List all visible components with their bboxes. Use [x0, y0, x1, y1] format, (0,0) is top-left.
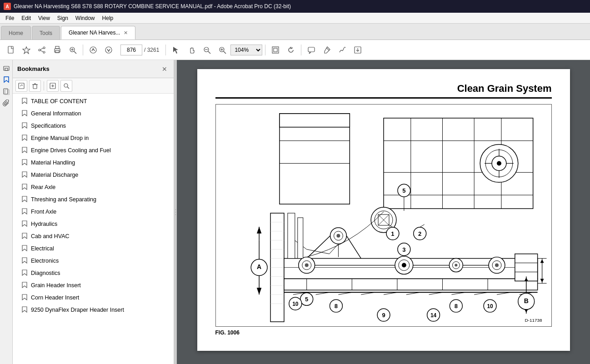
favorite-button[interactable]	[19, 43, 34, 57]
svg-line-5	[40, 48, 43, 50]
left-strip-bookmarks[interactable]	[1, 75, 11, 85]
tab-close-icon[interactable]: ✕	[124, 30, 128, 36]
hand-tool-button[interactable]	[184, 43, 199, 57]
zoom-select[interactable]: 104% 100% 125% 150% 75% 50%	[230, 45, 262, 55]
bookmark-item-icon	[22, 220, 27, 228]
pdf-area[interactable]: Clean Grain System	[177, 60, 590, 364]
zoom-out-button[interactable]	[200, 43, 214, 57]
zoom-in-button[interactable]	[215, 43, 230, 57]
new-doc-button[interactable]	[4, 43, 18, 57]
bookmark-item-grain-header[interactable]: Grain Header Insert	[13, 279, 174, 292]
menu-window[interactable]: Window	[72, 14, 99, 22]
bookmark-item-electronics[interactable]: Electronics	[13, 255, 174, 267]
svg-text:5: 5	[305, 296, 308, 303]
bookmark-item-electrical[interactable]: Electrical	[13, 243, 174, 255]
page-number-input[interactable]	[120, 45, 142, 55]
bookmark-item-material-discharge[interactable]: Material Discharge	[13, 169, 174, 181]
svg-line-21	[224, 51, 226, 54]
sign-icon	[338, 46, 346, 54]
bookmark-icon	[3, 76, 10, 83]
page-up-button[interactable]	[86, 43, 100, 57]
bookmark-item-general[interactable]: General Information	[13, 108, 174, 120]
comment-button[interactable]	[304, 43, 319, 57]
main-area: Bookmarks ✕	[0, 60, 590, 364]
svg-rect-35	[33, 85, 37, 89]
svg-point-115	[401, 263, 406, 268]
svg-text:B: B	[524, 297, 528, 304]
rotate-icon	[287, 46, 295, 54]
left-strip-home[interactable]	[1, 63, 11, 73]
bookmark-item-hydraulics[interactable]: Hydraulics	[13, 218, 174, 230]
sign-button[interactable]	[335, 43, 350, 57]
svg-point-112	[495, 264, 498, 267]
bookmark-item-engine-drives[interactable]: Engine Drives Cooling and Fuel	[13, 145, 174, 157]
menu-view[interactable]: View	[35, 14, 54, 22]
comment-icon	[307, 46, 315, 54]
bookmark-item-label: Rear Axle	[31, 184, 55, 191]
left-strip-pages[interactable]	[1, 86, 11, 96]
toolbar-separator-3	[265, 45, 265, 55]
tab-bar: Home Tools Gleaner NA Harves... ✕	[0, 24, 590, 40]
bookmark-item-label: Electronics	[31, 257, 59, 264]
bookmark-item-label: Diagnostics	[31, 269, 60, 277]
bookmark-item-dynaflex[interactable]: 9250 DynaFlex Draper Header Insert	[13, 304, 174, 316]
tab-tools[interactable]: Tools	[32, 26, 60, 40]
toolbar: / 3261 104% 100% 125% 150% 75% 50%	[0, 40, 590, 60]
find-bookmark-btn[interactable]	[60, 80, 72, 92]
bookmark-item-front-axle[interactable]: Front Axle	[13, 206, 174, 218]
title-bar: A Gleaner NA Harvesting S68 S78 S88 ROTA…	[0, 0, 590, 13]
bookmark-item-rear-axle[interactable]: Rear Axle	[13, 181, 174, 194]
highlight-icon	[323, 46, 331, 54]
print-button[interactable]	[50, 43, 65, 57]
expand-bookmark-btn[interactable]	[47, 80, 59, 92]
bookmark-item-corn-header[interactable]: Corn Header Insert	[13, 292, 174, 304]
bookmark-item-diagnostics[interactable]: Diagnostics	[13, 267, 174, 279]
tab-home[interactable]: Home	[1, 26, 31, 40]
menu-sign[interactable]: Sign	[54, 14, 72, 22]
svg-rect-31	[5, 68, 8, 70]
bookmark-item-threshing[interactable]: Threshing and Separating	[13, 194, 174, 206]
enhance-button[interactable]	[65, 43, 80, 57]
zoom-in-icon	[218, 46, 226, 54]
zoom-out-icon	[203, 46, 211, 54]
bookmark-item-specs[interactable]: Specifications	[13, 120, 174, 132]
bookmark-item-icon	[22, 294, 27, 302]
highlight-button[interactable]	[320, 43, 334, 57]
left-strip-attachments[interactable]	[1, 98, 11, 108]
tab-doc[interactable]: Gleaner NA Harves... ✕	[61, 26, 135, 40]
sidebar-header: Bookmarks ✕	[13, 60, 174, 78]
pdf-page: Clean Grain System	[197, 69, 570, 351]
bookmark-list: TABLE OF CONTENTGeneral InformationSpeci…	[13, 94, 174, 364]
bookmark-item-icon	[22, 269, 27, 277]
share-button[interactable]	[35, 43, 49, 57]
bookmark-item-cab-hvac[interactable]: Cab and HVAC	[13, 230, 174, 243]
menu-file[interactable]: File	[2, 14, 18, 22]
new-bookmark-btn[interactable]	[15, 80, 27, 92]
svg-rect-80	[284, 279, 537, 290]
bookmark-item-engine-manual[interactable]: Engine Manual Drop in	[13, 132, 174, 145]
rotate-button[interactable]	[284, 43, 298, 57]
expand-icon	[50, 83, 56, 89]
menu-bar: File Edit View Sign Window Help	[0, 13, 590, 24]
svg-rect-0	[8, 46, 13, 53]
menu-edit[interactable]: Edit	[18, 14, 35, 22]
page-down-button[interactable]	[101, 43, 116, 57]
export-button[interactable]	[350, 43, 365, 57]
bookmark-item-label: General Information	[31, 110, 81, 117]
menu-help[interactable]: Help	[99, 14, 117, 22]
svg-line-41	[67, 87, 69, 89]
bookmark-item-icon	[22, 98, 27, 105]
diagram-svg: A	[216, 105, 551, 326]
sidebar-close-button[interactable]: ✕	[160, 65, 169, 74]
svg-point-109	[305, 264, 308, 267]
select-tool-button[interactable]	[169, 43, 183, 57]
svg-text:8: 8	[454, 303, 457, 309]
delete-bookmark-btn[interactable]	[29, 80, 41, 92]
bookmark-item-toc[interactable]: TABLE OF CONTENT	[13, 95, 174, 108]
svg-rect-24	[272, 47, 279, 53]
svg-line-6	[40, 50, 43, 52]
svg-point-58	[496, 161, 501, 165]
fit-page-button[interactable]	[268, 43, 283, 57]
bookmark-item-material-handling[interactable]: Material Handling	[13, 157, 174, 169]
svg-text:10: 10	[292, 301, 299, 307]
